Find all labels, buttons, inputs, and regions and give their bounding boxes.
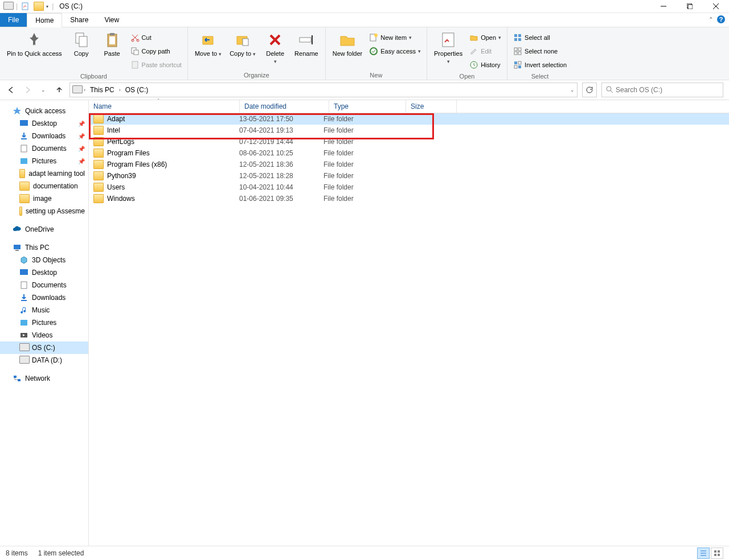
navigation-pane[interactable]: Quick access Desktop📌 Downloads📌 Documen…: [0, 100, 89, 546]
tab-view[interactable]: View: [96, 13, 127, 27]
sidebar-downloads-2[interactable]: Downloads: [0, 291, 88, 304]
crumb-drive[interactable]: OS (C:): [123, 86, 151, 94]
properties-button[interactable]: Properties▾: [431, 28, 466, 65]
minimize-button[interactable]: [650, 0, 677, 13]
sidebar-os-c[interactable]: OS (C:): [0, 341, 88, 354]
sidebar-documents-2[interactable]: Documents: [0, 279, 88, 291]
sidebar-desktop[interactable]: Desktop📌: [0, 117, 88, 130]
invert-selection-button[interactable]: Invert selection: [511, 58, 569, 72]
file-row[interactable]: PerfLogs07-12-2019 14:44File folder: [89, 136, 729, 147]
address-bar[interactable]: › This PC › OS (C:) ⌄: [69, 83, 578, 97]
svg-rect-37: [518, 65, 521, 68]
sidebar-setting-up-assesme[interactable]: setting up Assesme: [0, 205, 88, 217]
file-date: 12-05-2021 18:36: [235, 160, 319, 168]
title-bar: | ▾ | OS (C:): [0, 0, 729, 13]
this-pc-icon: [13, 243, 22, 252]
svg-line-39: [611, 90, 613, 93]
history-button[interactable]: History: [467, 58, 503, 72]
move-to-button[interactable]: Move to ▾: [191, 28, 225, 58]
file-row[interactable]: Python3912-05-2021 18:28File folder: [89, 170, 729, 182]
svg-rect-17: [132, 61, 138, 68]
svg-point-38: [607, 87, 611, 91]
file-name: Program Files: [107, 149, 150, 157]
file-row[interactable]: Adapt13-05-2021 17:50File folder: [89, 113, 729, 125]
sidebar-documentation[interactable]: documentation: [0, 180, 88, 192]
new-folder-button[interactable]: New folder: [329, 28, 366, 57]
select-none-icon: [513, 47, 522, 56]
sidebar-quick-access[interactable]: Quick access: [0, 105, 88, 117]
copy-to-button[interactable]: Copy to ▾: [226, 28, 259, 58]
details-view-button[interactable]: [697, 547, 710, 559]
select-none-button[interactable]: Select none: [511, 44, 569, 58]
sidebar-adapt-learning-tool[interactable]: adapt learning tool: [0, 167, 88, 180]
sidebar-image[interactable]: image: [0, 192, 88, 205]
open-icon: [469, 33, 478, 42]
cut-button[interactable]: Cut: [128, 31, 184, 44]
qat-dropdown[interactable]: ▾: [46, 4, 48, 9]
sort-indicator-icon: ˄: [157, 98, 160, 104]
copy-button[interactable]: Copy: [67, 28, 96, 57]
column-date-modified[interactable]: Date modified: [240, 100, 329, 113]
sidebar-this-pc[interactable]: This PC: [0, 241, 88, 254]
sidebar-3d-objects[interactable]: 3D Objects: [0, 254, 88, 266]
search-input[interactable]: [615, 85, 719, 94]
open-button[interactable]: Open ▾: [467, 31, 503, 44]
address-dropdown[interactable]: ⌄: [570, 87, 575, 93]
refresh-button[interactable]: [582, 83, 597, 97]
pin-icon: [25, 31, 43, 49]
tab-share[interactable]: Share: [62, 13, 96, 27]
new-item-button[interactable]: New item ▾: [367, 31, 423, 44]
file-row[interactable]: Windows01-06-2021 09:35File folder: [89, 193, 729, 204]
edit-button[interactable]: Edit: [467, 44, 503, 58]
crumb-sep-0[interactable]: ›: [84, 87, 85, 93]
delete-button[interactable]: Delete▾: [260, 28, 290, 65]
sidebar-music[interactable]: Music: [0, 304, 88, 316]
sidebar-pictures-2[interactable]: Pictures: [0, 316, 88, 329]
column-size[interactable]: Size: [406, 100, 457, 113]
tab-home[interactable]: Home: [27, 13, 62, 27]
rename-button[interactable]: Rename: [291, 28, 322, 57]
paste-shortcut-button[interactable]: Paste shortcut: [128, 58, 184, 72]
file-row[interactable]: Program Files (x86)12-05-2021 18:36File …: [89, 159, 729, 170]
folder-qat-icon[interactable]: [34, 2, 43, 11]
file-date: 13-05-2021 17:50: [235, 115, 319, 123]
up-button[interactable]: [54, 84, 65, 96]
properties-qat-icon[interactable]: [21, 2, 30, 11]
forward-button[interactable]: [22, 84, 33, 96]
sidebar-data-d[interactable]: DATA (D:): [0, 354, 88, 367]
close-button[interactable]: [703, 0, 729, 13]
sidebar-onedrive[interactable]: OneDrive: [0, 223, 88, 236]
file-rows[interactable]: Adapt13-05-2021 17:50File folderIntel07-…: [89, 113, 729, 546]
select-all-button[interactable]: Select all: [511, 31, 569, 44]
file-row[interactable]: Intel07-04-2021 19:13File folder: [89, 125, 729, 136]
maximize-button[interactable]: [677, 0, 703, 13]
back-button[interactable]: [6, 84, 17, 96]
svg-rect-30: [514, 48, 517, 51]
sidebar-documents[interactable]: Documents📌: [0, 142, 88, 155]
recent-locations-button[interactable]: ⌄: [38, 84, 49, 96]
search-box[interactable]: [601, 83, 723, 97]
pin-to-quick-access-button[interactable]: Pin to Quick access: [3, 28, 65, 57]
sidebar-network[interactable]: Network: [0, 372, 88, 385]
crumb-this-pc[interactable]: This PC: [88, 86, 117, 94]
crumb-sep-1[interactable]: ›: [119, 87, 121, 93]
tab-file[interactable]: File: [0, 13, 27, 27]
ribbon-collapse-icon[interactable]: ˄: [709, 16, 713, 24]
help-icon[interactable]: ?: [716, 15, 726, 26]
sidebar-videos[interactable]: Videos: [0, 329, 88, 341]
pictures-icon: [19, 157, 28, 166]
paste-button[interactable]: Paste: [97, 28, 127, 57]
copy-path-button[interactable]: Copy path: [128, 44, 184, 58]
file-row[interactable]: Program Files08-06-2021 10:25File folder: [89, 147, 729, 159]
file-name: Adapt: [107, 115, 125, 123]
pin-icon: 📌: [78, 133, 85, 139]
sidebar-downloads[interactable]: Downloads📌: [0, 130, 88, 142]
column-name[interactable]: Name˄: [89, 100, 240, 113]
easy-access-button[interactable]: Easy access ▾: [367, 44, 423, 58]
ribbon-group-new-label: New: [329, 71, 423, 80]
large-icons-view-button[interactable]: [711, 547, 723, 559]
sidebar-desktop-2[interactable]: Desktop: [0, 266, 88, 279]
file-row[interactable]: Users10-04-2021 10:44File folder: [89, 182, 729, 193]
column-type[interactable]: Type: [329, 100, 406, 113]
sidebar-pictures[interactable]: Pictures📌: [0, 155, 88, 167]
